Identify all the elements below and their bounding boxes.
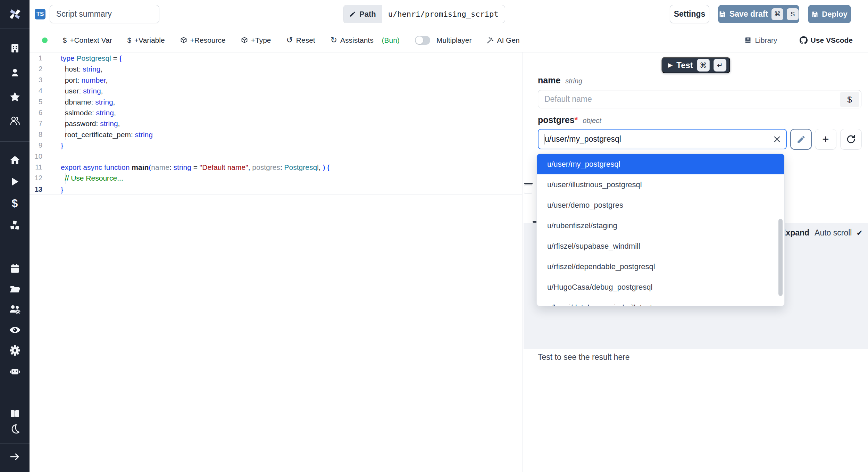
expand-sidebar-arrow-icon[interactable] <box>0 452 30 462</box>
code-line[interactable]: 9} <box>30 140 522 151</box>
line-content: user: string, <box>61 85 103 96</box>
code-line[interactable]: 7 password: string, <box>30 118 522 129</box>
line-content: dbname: string, <box>61 97 115 107</box>
resource-option[interactable]: u/rfiszel/dependable_postgresql <box>537 256 784 277</box>
wand-icon <box>487 37 494 44</box>
save-icon <box>719 10 726 18</box>
sidebar-divider <box>0 28 30 28</box>
status-dot <box>42 38 48 43</box>
windmill-logo-icon[interactable] <box>0 7 30 22</box>
resource-option[interactable]: u/rfiszel/supabase_windmill <box>537 236 784 256</box>
resource-option[interactable]: u/user/my_postgresql <box>537 154 784 174</box>
github-icon <box>800 36 808 44</box>
line-number: 13 <box>30 184 42 194</box>
postgres-resource-value: u/user/my_postgresql <box>545 134 621 144</box>
rotate-ccw-icon: ↺ <box>286 36 293 44</box>
save-icon <box>811 11 818 18</box>
add-resource-button[interactable]: +Resource <box>180 36 226 44</box>
save-draft-button[interactable]: Save draft ⌘ S <box>718 5 799 23</box>
script-path-group[interactable]: Path u/henri/promising_script <box>343 5 505 23</box>
test-button[interactable]: ▶ Test ⌘ ↵ <box>661 57 730 73</box>
reset-button[interactable]: ↺Reset <box>286 36 315 44</box>
path-chip[interactable]: Path <box>343 5 382 23</box>
deploy-button[interactable]: Deploy <box>808 5 851 23</box>
postgres-resource-input[interactable]: u/user/my_postgresql <box>538 129 787 149</box>
resource-option[interactable]: u/henri/database_windmill_test <box>537 297 784 306</box>
sidebar: $ <box>0 0 30 472</box>
package-icon <box>180 37 187 44</box>
field-name-label: name <box>538 75 560 85</box>
resource-option[interactable]: u/user/demo_postgres <box>537 195 784 215</box>
favorites-star-icon[interactable] <box>0 91 30 102</box>
line-number: 10 <box>30 151 42 162</box>
clear-icon[interactable] <box>773 135 781 143</box>
package-icon <box>241 37 248 44</box>
code-line[interactable]: 5 dbname: string, <box>30 97 522 107</box>
schedules-calendar-icon[interactable] <box>0 263 30 274</box>
line-content: type Postgresql = { <box>61 53 122 64</box>
folders-icon[interactable] <box>0 283 30 295</box>
home-icon[interactable] <box>0 155 30 166</box>
pencil-icon <box>796 135 806 144</box>
code-line[interactable]: 3 port: number, <box>30 75 522 85</box>
field-name-label-row: name string <box>538 75 582 85</box>
resource-option[interactable]: u/rubenfiszel/staging <box>537 215 784 236</box>
code-line[interactable]: 11export async function main(name: strin… <box>30 162 522 173</box>
workspace-building-icon[interactable] <box>0 43 30 53</box>
checkmark-icon[interactable]: ✔ <box>856 229 862 238</box>
kbd-s: S <box>787 8 799 20</box>
line-content: sslmode: string, <box>61 107 116 118</box>
ai-gen-button[interactable]: AI Gen <box>487 36 519 44</box>
resources-boxes-icon[interactable] <box>0 220 30 231</box>
code-line[interactable]: 4 user: string, <box>30 85 522 96</box>
dropdown-scrollbar[interactable] <box>778 219 783 296</box>
field-postgres-type: object <box>583 117 601 125</box>
code-line[interactable]: 10 <box>30 151 522 162</box>
result-section: Test to see the result here <box>524 349 868 472</box>
multiplayer-label: Multiplayer <box>436 36 472 44</box>
resource-option[interactable]: u/HugoCasa/debug_postgresql <box>537 277 784 297</box>
groups-users-icon[interactable] <box>0 115 30 126</box>
code-line[interactable]: 2 host: string, <box>30 64 522 74</box>
library-button[interactable]: Library <box>744 36 777 44</box>
refresh-resources-button[interactable] <box>840 129 862 150</box>
name-input[interactable]: Default name $ <box>538 90 861 108</box>
field-postgres-label-row: postgres* object <box>538 115 601 125</box>
script-path-value[interactable]: u/henri/promising_script <box>382 5 505 23</box>
insert-variable-button[interactable]: $ <box>840 92 859 107</box>
expand-button[interactable]: Expand <box>781 228 809 238</box>
vertical-splitter-handle[interactable] <box>524 183 533 184</box>
multiplayer-toggle[interactable] <box>415 36 430 45</box>
add-context-var-button[interactable]: $+Context Var <box>63 36 112 44</box>
code-line[interactable]: 1type Postgresql = { <box>30 53 522 64</box>
assistants-button[interactable]: ↻Assistants (Bun) <box>331 36 400 44</box>
splitter-grip[interactable] <box>524 185 532 194</box>
refresh-icon: ↻ <box>331 36 337 44</box>
variables-dollar-icon[interactable]: $ <box>0 198 30 209</box>
autoscroll-label[interactable]: Auto scroll <box>815 228 852 238</box>
audit-logs-eye-icon[interactable] <box>0 325 30 335</box>
settings-gear-icon[interactable] <box>0 345 30 356</box>
script-summary-input[interactable] <box>50 5 159 23</box>
user-icon[interactable] <box>0 67 30 78</box>
add-variable-button[interactable]: $+Variable <box>127 36 165 44</box>
code-line[interactable]: 13} <box>30 184 522 194</box>
workers-robot-icon[interactable] <box>0 366 30 377</box>
add-type-button[interactable]: +Type <box>241 36 271 44</box>
line-content: port: number, <box>61 75 108 85</box>
code-line[interactable]: 6 sslmode: string, <box>30 107 522 118</box>
code-line[interactable]: 12 // Use Resource... <box>30 173 522 183</box>
use-vscode-button[interactable]: Use VScode <box>800 36 853 44</box>
dark-mode-moon-icon[interactable] <box>0 424 30 434</box>
code-line[interactable]: 8 root_certificate_pem: string <box>30 129 522 140</box>
edit-resource-button[interactable] <box>790 129 812 150</box>
add-resource-button[interactable]: + <box>815 129 836 150</box>
sidebar-divider <box>0 443 30 444</box>
deploy-label: Deploy <box>822 10 847 19</box>
workers-user-settings-icon[interactable] <box>0 304 30 315</box>
runs-play-icon[interactable] <box>0 177 30 187</box>
resource-option[interactable]: u/user/illustrious_postgresql <box>537 174 784 195</box>
docs-books-icon[interactable] <box>0 409 30 419</box>
settings-button[interactable]: Settings <box>670 5 709 23</box>
code-editor[interactable]: 1type Postgresql = {2 host: string,3 por… <box>30 52 523 472</box>
